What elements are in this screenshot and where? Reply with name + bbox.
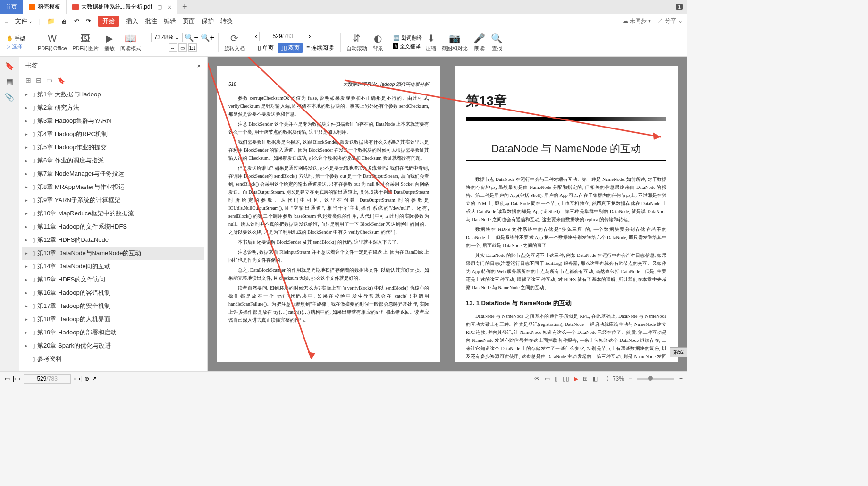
attachment-icon[interactable]: 📎 xyxy=(5,93,14,102)
find[interactable]: 🔍查找 xyxy=(489,33,505,52)
chevron-right-icon[interactable]: ▸ xyxy=(25,330,30,335)
sync-status[interactable]: ☁ 未同步 ▾ xyxy=(623,17,651,25)
fullscreen-icon[interactable]: ⛶ xyxy=(602,375,608,382)
rotate-doc[interactable]: ⟳旋转文档 xyxy=(222,33,247,52)
screenshot-compare[interactable]: 📷截图和对比 xyxy=(440,33,470,52)
pdf-to-image[interactable]: 🖼PDF转图片 xyxy=(71,33,101,52)
prev-page-bottom-icon[interactable]: ‹ xyxy=(19,375,21,382)
play-button[interactable]: ▶播放 xyxy=(102,33,117,52)
bookmark-item[interactable]: ▯参考资料 xyxy=(22,352,204,366)
view-mode2-icon[interactable]: ▯ xyxy=(555,375,558,382)
menu-insert[interactable]: 插入 xyxy=(126,17,138,26)
bookmark-item[interactable]: ▸▯第18章 Hadoop的人机界面 xyxy=(22,313,204,326)
hand-tool[interactable]: ✋ 手型 xyxy=(7,35,25,42)
menu-annotate[interactable]: 批注 xyxy=(145,17,157,26)
bm-tool4-icon[interactable]: 🔖 xyxy=(57,77,65,84)
bm-collapse-icon[interactable]: ⊟ xyxy=(36,77,42,84)
bookmark-item[interactable]: ▸▯第6章 作业的调度与指派 xyxy=(22,154,204,167)
chevron-right-icon[interactable]: ▸ xyxy=(25,185,30,189)
undo-icon[interactable]: ↶ xyxy=(74,17,79,25)
bookmark-item[interactable]: ▸▯第16章 Hadoop的容错机制 xyxy=(22,286,204,299)
close-tab-icon[interactable]: × xyxy=(168,3,171,11)
background[interactable]: ◐背景 xyxy=(371,33,385,52)
bookmark-item[interactable]: ▸▯第10章 MapReduce框架中的数据流 xyxy=(22,207,204,220)
zoom-percent[interactable]: 73% xyxy=(613,375,624,382)
zoom-out-icon[interactable]: 🔍− xyxy=(185,33,198,42)
fit-actual-icon[interactable]: 1:1 xyxy=(188,43,197,52)
chevron-right-icon[interactable]: ▸ xyxy=(25,343,30,348)
chevron-right-icon[interactable]: ▸ xyxy=(25,290,30,295)
chevron-right-icon[interactable]: ▸ xyxy=(25,304,30,308)
select-tool[interactable]: ▷ 选择 xyxy=(7,43,25,50)
read-aloud[interactable]: 🎤朗读 xyxy=(472,33,487,52)
bm-expand-icon[interactable]: ⊞ xyxy=(25,77,31,84)
page-input[interactable]: 529/783 xyxy=(259,32,306,41)
chevron-right-icon[interactable]: ▸ xyxy=(25,132,30,136)
bookmark-item[interactable]: ▸▯第14章 DataNode间的互动 xyxy=(22,260,204,273)
chevron-right-icon[interactable]: ▸ xyxy=(25,264,30,269)
word-translate[interactable]: 🔤 划词翻译 xyxy=(393,34,422,42)
autoscroll[interactable]: ⇵自动滚动 xyxy=(345,33,369,52)
zoom-in-icon[interactable]: 🔍+ xyxy=(201,33,214,42)
read-mode[interactable]: 📖阅读模式 xyxy=(118,33,143,52)
print-icon[interactable]: 🖨 xyxy=(61,17,67,25)
open-icon[interactable]: 📁 xyxy=(47,17,55,25)
bookmark-item[interactable]: ▸▯第12章 HDFS的DataNode xyxy=(22,233,204,247)
full-translate[interactable]: 🅰 全文翻译 xyxy=(393,43,422,50)
bookmark-item[interactable]: ▸▯第7章 NodeManager与任务投运 xyxy=(22,167,204,180)
bookmark-panel-icon[interactable]: 🔖 xyxy=(5,61,14,70)
chevron-right-icon[interactable]: ▸ xyxy=(25,238,30,242)
menu-convert[interactable]: 转换 xyxy=(220,17,233,26)
next-page-icon[interactable]: › xyxy=(308,32,311,41)
chevron-right-icon[interactable]: ▸ xyxy=(25,145,30,150)
zoom-slider[interactable] xyxy=(637,378,674,380)
compress[interactable]: ⬇压缩 xyxy=(424,33,438,52)
next-page-bottom-icon[interactable]: › xyxy=(74,375,76,382)
tab-docer[interactable]: 稻壳模板 xyxy=(23,0,67,14)
menu-start[interactable]: 开始 xyxy=(98,16,119,27)
zoom-out-bottom-icon[interactable]: − xyxy=(629,375,632,382)
prev-page-icon[interactable]: ‹ xyxy=(255,32,257,41)
bookmark-item[interactable]: ▸▯第13章 DataNode与NameNode的互动 xyxy=(22,247,204,260)
bottom-tool1-icon[interactable]: ⊕ xyxy=(84,375,89,382)
menu-page[interactable]: 页面 xyxy=(183,17,195,26)
play-bottom-icon[interactable]: ▶ xyxy=(574,375,578,382)
menu-edit[interactable]: 编辑 xyxy=(164,17,176,26)
bottom-page-input[interactable]: 529/783 xyxy=(24,374,71,384)
chevron-right-icon[interactable]: ▸ xyxy=(25,92,30,97)
first-page-icon[interactable]: |‹ xyxy=(13,375,16,382)
menu-hamburger-icon[interactable]: ≡ xyxy=(5,17,8,25)
chevron-right-icon[interactable]: ▸ xyxy=(25,105,30,110)
chevron-right-icon[interactable]: ▸ xyxy=(25,251,30,256)
bookmark-item[interactable]: ▸▯第4章 Hadoop的RPC机制 xyxy=(22,128,204,141)
last-page-icon[interactable]: ›| xyxy=(78,375,82,382)
double-page-view[interactable]: ▯▯ 双页 xyxy=(278,43,303,53)
chevron-right-icon[interactable]: ▸ xyxy=(25,224,30,229)
fit-page-icon[interactable]: ▭ xyxy=(178,43,187,52)
bookmark-item[interactable]: ▸▯第15章 HDFS的文件访问 xyxy=(22,273,204,286)
view-mode5-icon[interactable]: ◧ xyxy=(592,375,598,382)
notification-badge[interactable]: 1 xyxy=(676,4,683,10)
document-view[interactable]: 518 大数据处理系统: Hadoop 源代码情景分析 参数 corruptCh… xyxy=(208,57,687,371)
bookmark-item[interactable]: ▸▯第17章 Hadoop的安全机制 xyxy=(22,299,204,313)
bm-tool3-icon[interactable]: ▭ xyxy=(46,77,52,84)
zoom-in-bottom-icon[interactable]: + xyxy=(679,375,683,382)
bookmark-item[interactable]: ▸▯第3章 Hadoop集群与YARN xyxy=(22,114,204,128)
chevron-right-icon[interactable]: ▸ xyxy=(25,158,30,163)
menu-file[interactable]: 文件 ⌄ xyxy=(15,17,33,26)
chevron-right-icon[interactable]: ▸ xyxy=(25,119,30,123)
bottom-panel-icon[interactable]: ▭ xyxy=(5,375,10,382)
bookmark-item[interactable]: ▸▯第5章 Hadoop作业的提交 xyxy=(22,141,204,154)
bookmark-item[interactable]: ▸▯第19章 Hadoop的部署和启动 xyxy=(22,326,204,339)
tab-active-document[interactable]: 大数据处理系统...景分析.pdf ▢ × xyxy=(67,0,177,14)
view-mode4-icon[interactable]: ⊞ xyxy=(583,375,588,382)
fit-width-icon[interactable]: ↔ xyxy=(169,43,177,52)
bookmark-list[interactable]: ▸▯第1章 大数据与Hadoop▸▯第2章 研究方法▸▯第3章 Hadoop集群… xyxy=(19,86,207,371)
new-window-icon[interactable]: ▢ xyxy=(157,4,162,10)
zoom-level[interactable]: 73.48% ⌄ xyxy=(151,33,183,42)
share-button[interactable]: ↗ 分享 ⌄ xyxy=(657,17,683,25)
bookmark-item[interactable]: ▸▯第9章 YARN子系统的计算框架 xyxy=(22,194,204,207)
chevron-right-icon[interactable]: ▸ xyxy=(25,277,30,282)
close-panel-icon[interactable]: × xyxy=(197,62,201,69)
chevron-right-icon[interactable]: ▸ xyxy=(25,171,30,176)
